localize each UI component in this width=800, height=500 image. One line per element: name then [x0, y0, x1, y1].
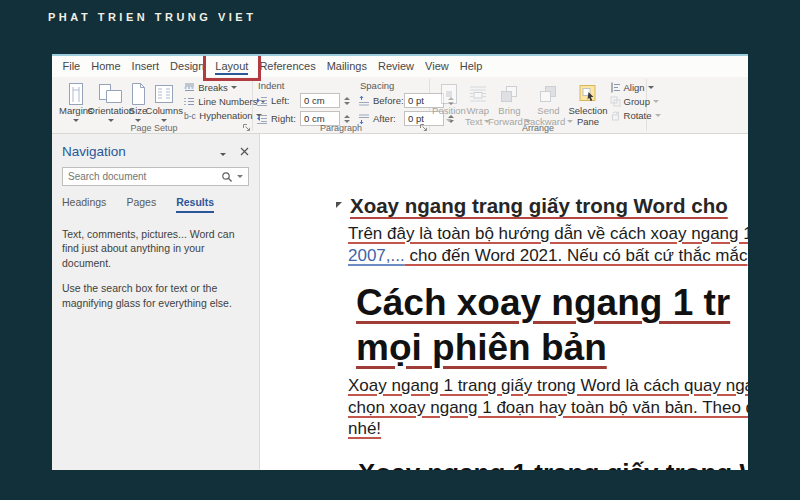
- group-objects-icon: [610, 96, 621, 107]
- chevron-down-icon: [161, 119, 167, 122]
- send-backward-icon: [538, 81, 558, 106]
- group-button[interactable]: Group: [610, 96, 661, 107]
- stepper-up-icon[interactable]: [344, 97, 350, 100]
- nav-help-text-2: Use the search box for text or the magni…: [62, 281, 254, 310]
- chevron-down-icon: [73, 119, 79, 122]
- indent-left-stepper[interactable]: [343, 97, 350, 105]
- selection-pane-button[interactable]: Selection Pane: [568, 79, 607, 127]
- orientation-icon: [98, 81, 124, 106]
- chevron-down-icon: [648, 86, 654, 89]
- line-numbers-icon: [184, 96, 195, 107]
- close-icon[interactable]: [240, 147, 249, 156]
- document-heading-bottom: Xoay ngang 1 trang giấy trong Wor: [358, 457, 748, 471]
- nav-tab-pages[interactable]: Pages: [126, 196, 156, 213]
- heading-collapse-icon[interactable]: [336, 202, 342, 208]
- columns-icon: [154, 81, 174, 106]
- ribbon-tab-bar: File Home Insert Design Layout Reference…: [52, 56, 748, 77]
- indent-right-icon: [256, 114, 268, 124]
- document-heading-large: Cách xoay ngang 1 tr mọi phiên bản: [356, 280, 748, 370]
- chevron-down-icon: [135, 119, 141, 122]
- chevron-down-icon: [446, 119, 452, 122]
- align-button[interactable]: Align: [610, 82, 661, 93]
- rotate-icon: [610, 110, 621, 121]
- hyphenation-icon: b-c: [184, 110, 196, 121]
- navigation-tabs: Headings Pages Results: [62, 196, 249, 213]
- group-paragraph: Indent Left: Right:: [253, 77, 429, 133]
- align-icon: [610, 82, 621, 93]
- selection-pane-icon: [578, 81, 598, 106]
- search-input[interactable]: [68, 171, 221, 182]
- indent-right-stepper[interactable]: [343, 115, 350, 123]
- document-heading-small: Xoay ngang trang giấy trong Word cho: [350, 193, 748, 219]
- page-setup-dialog-launcher[interactable]: [242, 123, 251, 132]
- tab-design[interactable]: Design: [165, 56, 210, 77]
- svg-text:b-c: b-c: [184, 111, 196, 121]
- brand-title: PHAT TRIEN TRUNG VIET: [48, 11, 256, 23]
- search-icon[interactable]: [221, 171, 233, 183]
- chevron-down-icon: [653, 100, 659, 103]
- ribbon-layout: Margins Orientation Size: [52, 77, 748, 134]
- document-canvas[interactable]: Xoay ngang trang giấy trong Word cho Trê…: [260, 134, 748, 470]
- spacing-before-icon: [358, 96, 370, 106]
- hyperlink[interactable]: 2007,...: [348, 246, 405, 265]
- orientation-button[interactable]: Orientation: [93, 79, 129, 122]
- tab-review[interactable]: Review: [373, 56, 420, 77]
- nav-tab-headings[interactable]: Headings: [62, 196, 106, 213]
- group-arrange: Position Wrap Text Bring Forward: [430, 77, 646, 133]
- indent-left-input[interactable]: [300, 93, 340, 108]
- wrap-text-icon: [468, 81, 488, 106]
- tab-layout[interactable]: Layout: [210, 56, 254, 77]
- pane-options-chevron-icon[interactable]: [220, 142, 226, 160]
- wrap-text-button[interactable]: Wrap Text: [465, 79, 490, 127]
- tab-insert[interactable]: Insert: [126, 56, 165, 77]
- navigation-pane-title: Navigation: [62, 144, 206, 159]
- stepper-down-icon[interactable]: [344, 102, 350, 105]
- position-button[interactable]: Position: [433, 79, 465, 122]
- send-backward-button[interactable]: Send Backward: [528, 79, 568, 127]
- document-paragraph-2: Xoay ngang 1 trang giấy trong Word là cá…: [348, 375, 748, 440]
- size-button[interactable]: Size: [129, 79, 147, 122]
- group-page-setup: Margins Orientation Size: [56, 77, 252, 133]
- chevron-down-icon: [231, 86, 237, 89]
- page-frame: PHAT TRIEN TRUNG VIET File Home Insert D…: [0, 0, 800, 500]
- rotate-button[interactable]: Rotate: [610, 110, 661, 121]
- chevron-down-icon: [108, 119, 114, 122]
- columns-button[interactable]: Columns: [147, 79, 181, 122]
- tab-help[interactable]: Help: [454, 56, 488, 77]
- size-icon: [129, 81, 147, 106]
- chevron-down-icon: [655, 114, 661, 117]
- indent-column: Indent Left: Right:: [256, 80, 350, 129]
- nav-tab-results[interactable]: Results: [176, 196, 214, 213]
- margins-icon: [66, 81, 86, 106]
- breaks-icon: [184, 82, 195, 93]
- navigation-pane: Navigation Headings Pages Resul: [52, 134, 260, 470]
- tab-home[interactable]: Home: [86, 56, 126, 77]
- spacing-after-icon: [358, 114, 370, 124]
- word-window: File Home Insert Design Layout Reference…: [52, 54, 748, 470]
- position-icon: [439, 81, 459, 106]
- tab-references[interactable]: References: [254, 56, 321, 77]
- nav-help-text-1: Text, comments, pictures... Word can fin…: [62, 227, 254, 270]
- paragraph-dialog-launcher[interactable]: [419, 123, 428, 132]
- stepper-up-icon[interactable]: [344, 115, 350, 118]
- tab-file[interactable]: File: [57, 56, 86, 77]
- search-box: [62, 167, 249, 186]
- indent-left-icon: [256, 96, 268, 106]
- bring-forward-icon: [499, 81, 519, 106]
- tab-mailings[interactable]: Mailings: [321, 56, 372, 77]
- document-paragraph-1: Trên đây là toàn bộ hướng dẫn về cách xo…: [348, 223, 748, 266]
- search-options-chevron-icon[interactable]: [237, 175, 243, 178]
- tab-view[interactable]: View: [420, 56, 455, 77]
